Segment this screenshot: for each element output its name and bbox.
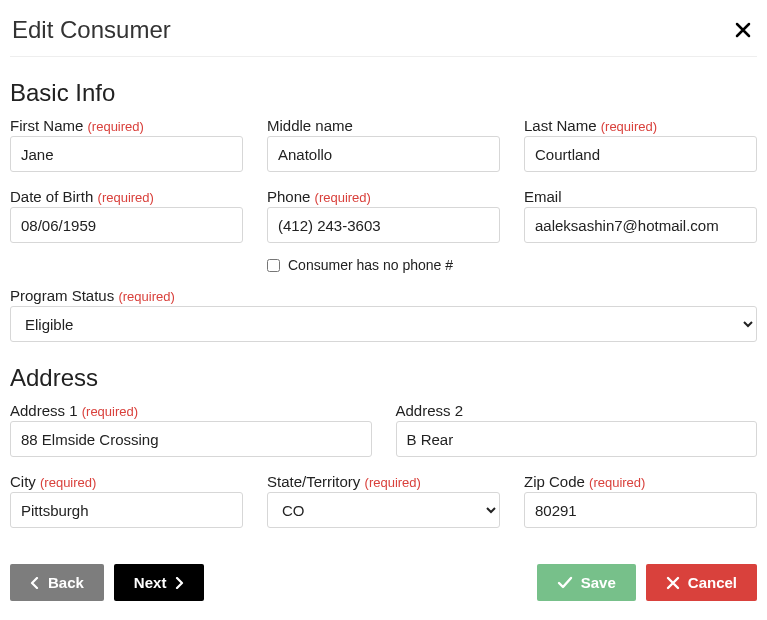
close-button[interactable]: [731, 18, 755, 42]
email-field: Email: [524, 182, 757, 243]
address1-input[interactable]: [10, 421, 372, 457]
required-marker: (required): [88, 119, 144, 134]
program-status-field: Program Status (required) Eligible: [10, 287, 757, 342]
city-label: City (required): [10, 473, 243, 490]
save-button[interactable]: Save: [537, 564, 636, 601]
label-text: Address 1: [10, 402, 78, 419]
dob-input[interactable]: [10, 207, 243, 243]
last-name-label: Last Name (required): [524, 117, 757, 134]
back-button[interactable]: Back: [10, 564, 104, 601]
dialog-footer: Back Next Save Cancel: [10, 564, 757, 601]
required-marker: (required): [365, 475, 421, 490]
first-name-label: First Name (required): [10, 117, 243, 134]
chevron-right-icon: [174, 577, 184, 589]
required-marker: (required): [118, 289, 174, 304]
label-text: Email: [524, 188, 562, 205]
middle-name-input[interactable]: [267, 136, 500, 172]
label-text: Zip Code: [524, 473, 585, 490]
email-label: Email: [524, 188, 757, 205]
next-label: Next: [134, 574, 167, 591]
no-phone-checkbox[interactable]: [267, 259, 280, 272]
phone-field: Phone (required): [267, 182, 500, 243]
required-marker: (required): [601, 119, 657, 134]
label-text: Program Status: [10, 287, 114, 304]
first-name-field: First Name (required): [10, 111, 243, 172]
dialog-title: Edit Consumer: [12, 16, 171, 44]
middle-name-label: Middle name: [267, 117, 500, 134]
last-name-field: Last Name (required): [524, 111, 757, 172]
check-icon: [557, 576, 573, 590]
no-phone-wrapper: Consumer has no phone #: [267, 257, 500, 273]
required-marker: (required): [40, 475, 96, 490]
contact-row: Date of Birth (required) Phone (required…: [10, 182, 757, 243]
footer-right: Save Cancel: [537, 564, 757, 601]
save-label: Save: [581, 574, 616, 591]
state-label: State/Territory (required): [267, 473, 500, 490]
back-label: Back: [48, 574, 84, 591]
label-text: State/Territory: [267, 473, 360, 490]
program-status-select[interactable]: Eligible: [10, 306, 757, 342]
close-icon: [733, 20, 753, 40]
required-marker: (required): [315, 190, 371, 205]
city-state-zip-row: City (required) State/Territory (require…: [10, 467, 757, 528]
state-select[interactable]: CO: [267, 492, 500, 528]
zip-field: Zip Code (required): [524, 467, 757, 528]
city-input[interactable]: [10, 492, 243, 528]
email-input[interactable]: [524, 207, 757, 243]
last-name-input[interactable]: [524, 136, 757, 172]
middle-name-field: Middle name: [267, 111, 500, 172]
address-heading: Address: [10, 364, 757, 392]
label-text: Address 2: [396, 402, 464, 419]
label-text: City: [10, 473, 36, 490]
dialog-header: Edit Consumer: [10, 8, 757, 57]
address1-field: Address 1 (required): [10, 396, 372, 457]
footer-left: Back Next: [10, 564, 204, 601]
state-field: State/Territory (required) CO: [267, 467, 500, 528]
cancel-button[interactable]: Cancel: [646, 564, 757, 601]
first-name-input[interactable]: [10, 136, 243, 172]
address2-label: Address 2: [396, 402, 758, 419]
label-text: First Name: [10, 117, 83, 134]
zip-input[interactable]: [524, 492, 757, 528]
zip-label: Zip Code (required): [524, 473, 757, 490]
required-marker: (required): [98, 190, 154, 205]
address2-field: Address 2: [396, 396, 758, 457]
dob-label: Date of Birth (required): [10, 188, 243, 205]
address2-input[interactable]: [396, 421, 758, 457]
label-text: Date of Birth: [10, 188, 93, 205]
x-icon: [666, 576, 680, 590]
no-phone-label: Consumer has no phone #: [288, 257, 453, 273]
basic-info-heading: Basic Info: [10, 79, 757, 107]
required-marker: (required): [589, 475, 645, 490]
dob-field: Date of Birth (required): [10, 182, 243, 243]
label-text: Middle name: [267, 117, 353, 134]
phone-label: Phone (required): [267, 188, 500, 205]
address1-label: Address 1 (required): [10, 402, 372, 419]
next-button[interactable]: Next: [114, 564, 205, 601]
city-field: City (required): [10, 467, 243, 528]
phone-input[interactable]: [267, 207, 500, 243]
edit-consumer-dialog: Edit Consumer Basic Info First Name (req…: [0, 0, 767, 619]
program-status-label: Program Status (required): [10, 287, 757, 304]
address-line-row: Address 1 (required) Address 2: [10, 396, 757, 457]
cancel-label: Cancel: [688, 574, 737, 591]
no-phone-row: Consumer has no phone #: [10, 247, 757, 273]
label-text: Last Name: [524, 117, 597, 134]
name-row: First Name (required) Middle name Last N…: [10, 111, 757, 172]
chevron-left-icon: [30, 577, 40, 589]
label-text: Phone: [267, 188, 310, 205]
required-marker: (required): [82, 404, 138, 419]
